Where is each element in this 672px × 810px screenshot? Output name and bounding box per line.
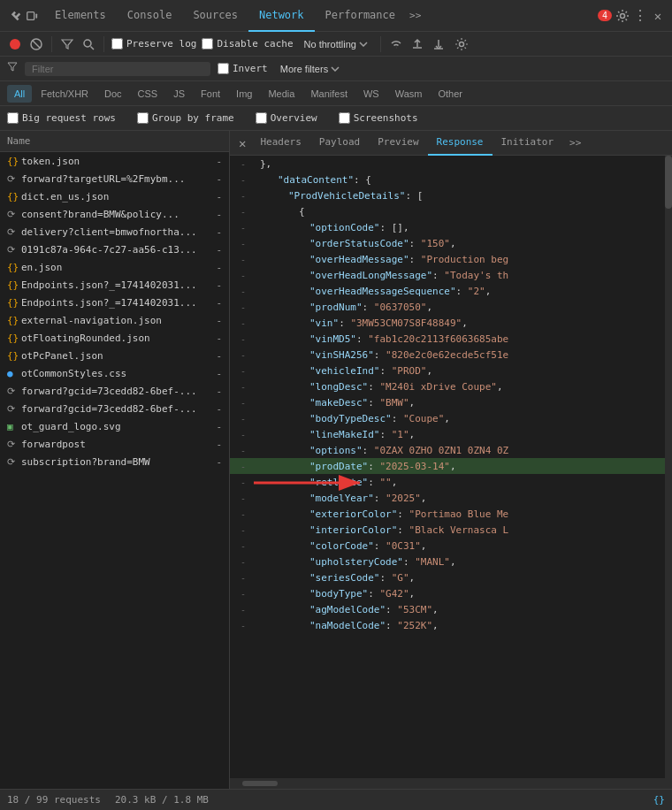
tab-response[interactable]: Response	[428, 131, 493, 156]
json-content[interactable]: - }, - "dataContent": { - "ProdVehicleDe…	[230, 156, 672, 778]
list-item[interactable]: ⟳ delivery?client=bmwofnortha... -	[0, 223, 229, 241]
list-item[interactable]: ⟳ 0191c87a-964c-7c27-aa56-c13... -	[0, 241, 229, 258]
horizontal-scrollbar-thumb[interactable]	[242, 781, 278, 786]
json-line: - "options": "0ZAX 0ZHO 0ZN1 0ZN4 0Z	[230, 442, 672, 458]
type-btn-wasm[interactable]: Wasm	[388, 85, 430, 103]
redirect-icon: ⟳	[7, 386, 18, 396]
disable-cache-checkbox[interactable]	[202, 38, 213, 50]
horizontal-scrollbar[interactable]	[230, 778, 672, 789]
list-item[interactable]: {} Endpoints.json?_=1741402031... -	[0, 294, 229, 311]
settings-icon[interactable]	[615, 9, 630, 23]
wifi-icon[interactable]	[388, 36, 404, 52]
type-btn-manifest[interactable]: Manifest	[303, 85, 355, 103]
list-item[interactable]: {} en.json -	[0, 258, 229, 276]
group-by-frame-checkbox[interactable]	[137, 112, 149, 124]
big-request-rows-label[interactable]: Big request rows	[7, 112, 116, 124]
list-item[interactable]: ⟳ subscription?brand=BMW -	[0, 453, 229, 470]
screenshots-label[interactable]: Screenshots	[339, 112, 418, 124]
filter-icon[interactable]	[59, 36, 75, 52]
throttle-dropdown[interactable]: No throttling	[299, 37, 373, 51]
scrollbar-track[interactable]	[665, 156, 672, 778]
type-filter-bar: All Fetch/XHR Doc CSS JS Font Img Media …	[0, 81, 672, 106]
filter-input[interactable]	[32, 64, 203, 74]
json-line: - "naModelCode": "252K",	[230, 617, 672, 633]
more-icon[interactable]: ⋮	[633, 9, 647, 23]
preserve-log-label[interactable]: Preserve log	[111, 38, 196, 50]
close-panel-button[interactable]: ✕	[233, 136, 251, 150]
type-btn-img[interactable]: Img	[229, 85, 259, 103]
options-row: Big request rows Group by frame Overview…	[0, 106, 672, 131]
device-icon[interactable]	[25, 9, 39, 23]
scrollbar-thumb[interactable]	[665, 156, 672, 209]
type-btn-js[interactable]: JS	[166, 85, 192, 103]
type-btn-css[interactable]: CSS	[131, 85, 165, 103]
filter-input-wrap	[25, 62, 210, 76]
list-item[interactable]: ⟳ consent?brand=BMW&policy... -	[0, 205, 229, 223]
tab-preview[interactable]: Preview	[369, 131, 427, 156]
tab-console[interactable]: Console	[117, 0, 183, 32]
list-item[interactable]: {} token.json -	[0, 152, 229, 170]
overview-label[interactable]: Overview	[256, 112, 317, 124]
invert-checkbox[interactable]	[218, 63, 229, 74]
screenshots-checkbox[interactable]	[339, 112, 350, 124]
list-item[interactable]: ⟳ forward?targetURL=%2Fmybm... -	[0, 170, 229, 187]
download-icon[interactable]	[431, 36, 447, 52]
type-btn-font[interactable]: Font	[194, 85, 227, 103]
group-by-frame-label[interactable]: Group by frame	[137, 112, 234, 124]
type-btn-media[interactable]: Media	[261, 85, 302, 103]
tab-headers[interactable]: Headers	[251, 131, 309, 156]
json-line: - "modelYear": "2025",	[230, 490, 672, 506]
tab-initiator[interactable]: Initiator	[493, 131, 563, 156]
list-item[interactable]: ⟳ forward?gcid=73cedd82-6bef-... -	[0, 382, 229, 400]
json-line: - "seriesCode": "G",	[230, 569, 672, 585]
list-item[interactable]: ● otCommonStyles.css -	[0, 364, 229, 382]
close-icon[interactable]: ✕	[651, 9, 665, 23]
tab-overflow[interactable]: >>	[406, 10, 424, 21]
invert-label[interactable]: Invert	[218, 63, 268, 74]
type-btn-fetch-xhr[interactable]: Fetch/XHR	[34, 85, 95, 103]
filter-bar: Invert More filters	[0, 57, 672, 81]
json-line-proddate: - "prodDate": "2025-03-14",	[230, 458, 672, 474]
tab-elements[interactable]: Elements	[44, 0, 117, 32]
json-line: - "vinSHA256": "820e2c0e62ecde5cf51e	[230, 347, 672, 363]
type-btn-other[interactable]: Other	[431, 85, 470, 103]
tab-sources[interactable]: Sources	[182, 0, 248, 32]
json-line: - "overHeadLongMessage": "Today's th	[230, 267, 672, 283]
tab-overflow-icon[interactable]: >>	[566, 137, 584, 149]
search-icon[interactable]	[80, 36, 96, 52]
big-request-rows-checkbox[interactable]	[7, 112, 19, 124]
type-btn-ws[interactable]: WS	[356, 85, 386, 103]
disable-cache-label[interactable]: Disable cache	[202, 38, 293, 50]
list-item[interactable]: ⟳ forwardpost -	[0, 435, 229, 453]
clear-button[interactable]	[28, 36, 44, 52]
preserve-log-checkbox[interactable]	[111, 38, 123, 50]
console-braces[interactable]: {}	[653, 794, 665, 806]
list-item[interactable]: {} otPcPanel.json -	[0, 347, 229, 364]
tab-network[interactable]: Network	[248, 0, 315, 32]
list-item[interactable]: ⟳ forward?gcid=73cedd82-6bef-... -	[0, 400, 229, 417]
tab-payload[interactable]: Payload	[310, 131, 369, 156]
list-item[interactable]: {} external-navigation.json -	[0, 311, 229, 329]
json-line: - "vehicleInd": "PROD",	[230, 363, 672, 378]
list-item[interactable]: {} Endpoints.json?_=1741402031... -	[0, 276, 229, 294]
inspect-icon[interactable]	[9, 9, 23, 23]
list-item[interactable]: {} otFloatingRounded.json -	[0, 329, 229, 347]
type-btn-doc[interactable]: Doc	[97, 85, 129, 103]
record-button[interactable]	[7, 36, 23, 52]
more-filters-button[interactable]: More filters	[275, 62, 345, 76]
type-btn-all[interactable]: All	[7, 85, 32, 103]
json-line: - "dataContent": {	[230, 172, 672, 187]
upload-icon[interactable]	[409, 36, 425, 52]
tab-bar: Elements Console Sources Network Perform…	[0, 0, 672, 32]
list-item[interactable]: ▣ ot_guard_logo.svg -	[0, 417, 229, 435]
list-item[interactable]: {} dict.en_us.json -	[0, 187, 229, 205]
overview-checkbox[interactable]	[256, 112, 267, 124]
tab-performance[interactable]: Performance	[315, 0, 406, 32]
svg-rect-1	[35, 13, 37, 18]
json-line: - "vinMD5": "fab1c20c2113f6063685abe	[230, 331, 672, 347]
json-line: - "bodyTypeDesc": "Coupe",	[230, 410, 672, 426]
svg-point-3	[10, 39, 20, 50]
settings-gear-icon[interactable]	[454, 36, 470, 52]
json-icon: {}	[7, 350, 18, 361]
redirect-icon: ⟳	[7, 439, 18, 449]
